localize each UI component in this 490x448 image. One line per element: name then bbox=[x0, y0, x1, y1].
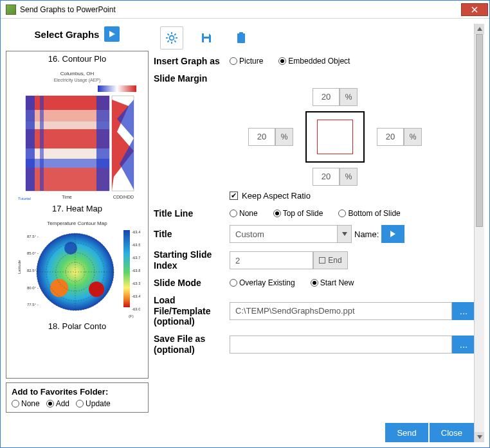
end-toggle-button[interactable]: End bbox=[313, 251, 348, 269]
end-label: End bbox=[328, 256, 341, 265]
margin-left-input[interactable] bbox=[248, 128, 275, 146]
svg-text:Tutorial: Tutorial bbox=[18, 197, 31, 201]
svg-rect-12 bbox=[26, 96, 35, 191]
graph-caption: 18. Polar Conto bbox=[8, 321, 147, 331]
margin-bottom-unit-button[interactable]: % bbox=[340, 168, 358, 186]
tab-settings[interactable] bbox=[160, 26, 183, 49]
svg-text:-63.45: -63.45 bbox=[132, 230, 140, 234]
load-file-label: Load File/Template (optional) bbox=[154, 295, 230, 327]
play-icon bbox=[390, 231, 396, 237]
radio-icon bbox=[76, 400, 84, 408]
title-run-button[interactable] bbox=[381, 225, 404, 243]
clipboard-icon bbox=[235, 31, 248, 44]
slide-mode-label: Slide Mode bbox=[154, 278, 230, 289]
svg-text:-63.38: -63.38 bbox=[132, 282, 140, 285]
radio-label: Top of Slide bbox=[283, 209, 323, 218]
favorites-option-update[interactable]: Update bbox=[76, 399, 111, 408]
svg-text:77.5° -: 77.5° - bbox=[27, 303, 39, 307]
radio-icon bbox=[273, 210, 281, 217]
scroll-up-button[interactable] bbox=[475, 24, 484, 34]
title-dropdown[interactable]: Custom bbox=[230, 225, 352, 243]
margin-right-unit-button[interactable]: % bbox=[404, 128, 422, 146]
radio-label: Update bbox=[86, 399, 111, 408]
margin-top-input[interactable] bbox=[313, 88, 340, 106]
svg-line-55 bbox=[168, 40, 169, 42]
radio-label: Add bbox=[56, 399, 69, 408]
margin-top-unit-button[interactable]: % bbox=[340, 88, 358, 106]
radio-start-new[interactable]: Start New bbox=[311, 278, 354, 287]
graph-item[interactable]: Temperature Contour Map bbox=[8, 217, 147, 331]
favorites-panel: Add to Favorites Folder: None Add Update bbox=[6, 382, 149, 413]
radio-label: Overlay Existing bbox=[239, 278, 295, 287]
load-file-input[interactable] bbox=[230, 302, 452, 320]
svg-text:85.0° -: 85.0° - bbox=[27, 251, 39, 255]
radio-label: None bbox=[239, 209, 258, 218]
graph-item[interactable]: 16. Contour Plo bbox=[8, 54, 147, 64]
send-button[interactable]: Send bbox=[385, 423, 428, 442]
browse-load-file-button[interactable]: ... bbox=[452, 302, 475, 320]
radio-overlay[interactable]: Overlay Existing bbox=[230, 278, 295, 287]
margin-right-input[interactable] bbox=[377, 128, 404, 146]
close-icon bbox=[471, 6, 478, 13]
svg-text:(F): (F) bbox=[129, 314, 134, 318]
save-icon bbox=[200, 31, 213, 44]
unit-label: % bbox=[281, 132, 288, 141]
keep-aspect-checkbox[interactable] bbox=[230, 192, 238, 200]
close-window-button[interactable] bbox=[461, 3, 488, 16]
tab-save[interactable] bbox=[195, 26, 218, 49]
toolbar-tabs bbox=[154, 24, 475, 56]
radio-title-none[interactable]: None bbox=[230, 209, 258, 218]
favorites-option-none[interactable]: None bbox=[12, 399, 40, 408]
radio-embedded-object[interactable]: Embedded Object bbox=[278, 57, 350, 66]
left-panel: Select Graphs 16. Contour Plo Columbus, … bbox=[6, 24, 149, 442]
svg-line-54 bbox=[174, 34, 176, 35]
save-file-input[interactable] bbox=[230, 336, 452, 354]
radio-icon bbox=[12, 400, 19, 408]
svg-point-23 bbox=[50, 279, 68, 297]
scroll-down-button[interactable] bbox=[475, 432, 484, 442]
svg-marker-60 bbox=[342, 232, 347, 236]
scroll-track[interactable] bbox=[475, 34, 484, 432]
right-scrollbar[interactable] bbox=[474, 24, 484, 442]
graph-item[interactable]: Columbus, OH Electricity Usage (AEP) bbox=[8, 67, 147, 213]
starting-index-input[interactable] bbox=[230, 251, 313, 269]
radio-title-top[interactable]: Top of Slide bbox=[273, 209, 323, 218]
titlebar: Send Graphs to PowerPoint bbox=[1, 1, 489, 19]
radio-picture[interactable]: Picture bbox=[230, 57, 263, 66]
slide-margin-label: Slide Margin bbox=[154, 73, 230, 84]
dialog-window: Send Graphs to PowerPoint Select Graphs … bbox=[0, 0, 490, 448]
svg-marker-61 bbox=[390, 231, 395, 237]
svg-text:Temperature Contour Map: Temperature Contour Map bbox=[47, 220, 107, 226]
favorites-option-add[interactable]: Add bbox=[46, 399, 69, 408]
radio-label: None bbox=[21, 399, 40, 408]
radio-icon bbox=[278, 57, 286, 65]
margin-bottom-input[interactable] bbox=[313, 168, 340, 186]
graphs-list[interactable]: 16. Contour Plo Columbus, OH Electricity… bbox=[6, 51, 149, 379]
radio-title-bottom[interactable]: Bottom of Slide bbox=[338, 209, 400, 218]
select-graphs-label: Select Graphs bbox=[35, 29, 100, 40]
graph-thumbnail-polar: Temperature Contour Map bbox=[14, 217, 140, 320]
browse-save-file-button[interactable]: ... bbox=[452, 336, 475, 354]
margin-preview-inner bbox=[317, 120, 353, 154]
select-graphs-play-button[interactable] bbox=[104, 26, 120, 42]
margin-left-unit-button[interactable]: % bbox=[275, 128, 293, 146]
radio-icon bbox=[230, 279, 237, 287]
scroll-thumb[interactable] bbox=[476, 34, 483, 227]
svg-text:80.0° -: 80.0° - bbox=[27, 286, 39, 290]
tab-clipboard[interactable] bbox=[230, 26, 253, 49]
keep-aspect-label: Keep Aspect Ratio bbox=[242, 191, 311, 201]
title-dropdown-value: Custom bbox=[235, 229, 264, 239]
close-button[interactable]: Close bbox=[430, 423, 474, 442]
svg-text:-63.55: -63.55 bbox=[132, 243, 140, 247]
svg-text:Columbus, OH: Columbus, OH bbox=[60, 71, 95, 76]
svg-line-52 bbox=[168, 34, 169, 35]
margin-preview bbox=[305, 111, 365, 163]
svg-text:87.5° -: 87.5° - bbox=[27, 235, 39, 238]
svg-text:CDD/HDD: CDD/HDD bbox=[113, 195, 134, 199]
chevron-down-icon bbox=[337, 226, 351, 242]
starting-index-label: Starting Slide Index bbox=[154, 249, 230, 271]
svg-rect-56 bbox=[204, 33, 209, 37]
play-icon bbox=[108, 30, 116, 38]
title-name-label: Name: bbox=[354, 229, 379, 239]
gear-icon bbox=[165, 31, 178, 44]
